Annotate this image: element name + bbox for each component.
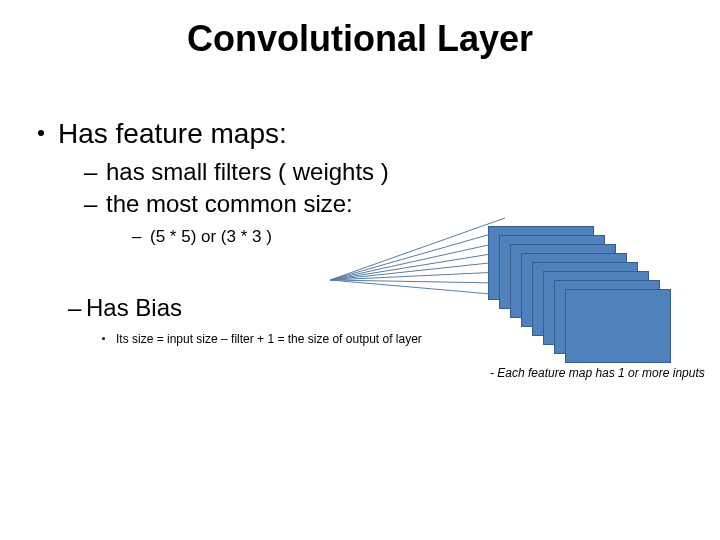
dash-icon: – <box>84 158 97 186</box>
feature-map-card <box>565 289 671 363</box>
bias-text: Has Bias <box>86 294 182 321</box>
sub-text: the most common size: <box>106 190 353 217</box>
bullet-dot-icon <box>38 130 44 136</box>
dash-icon: – <box>132 227 141 247</box>
bullet-text: Has feature maps: <box>58 118 287 149</box>
sub-filters: – has small filters ( weights ) <box>106 158 389 186</box>
bullet-dot-icon <box>102 337 105 340</box>
caption-feature-map: - Each feature map has 1 or more inputs <box>490 366 705 380</box>
sub-text: has small filters ( weights ) <box>106 158 389 185</box>
slide-title: Convolutional Layer <box>0 18 720 60</box>
dash-icon: – <box>68 294 81 322</box>
subsub-text: (5 * 5) or (3 * 3 ) <box>150 227 272 246</box>
sub-common-size: – the most common size: <box>106 190 353 218</box>
feature-map-stack <box>488 226 688 356</box>
bullet-has-bias: – Has Bias <box>86 294 182 322</box>
svg-line-1 <box>330 228 512 280</box>
slide: Convolutional Layer Has feature maps: – … <box>0 0 720 540</box>
subsub-sizes: – (5 * 5) or (3 * 3 ) <box>150 227 272 247</box>
dash-icon: – <box>84 190 97 218</box>
bullet-feature-maps: Has feature maps: <box>58 118 287 150</box>
